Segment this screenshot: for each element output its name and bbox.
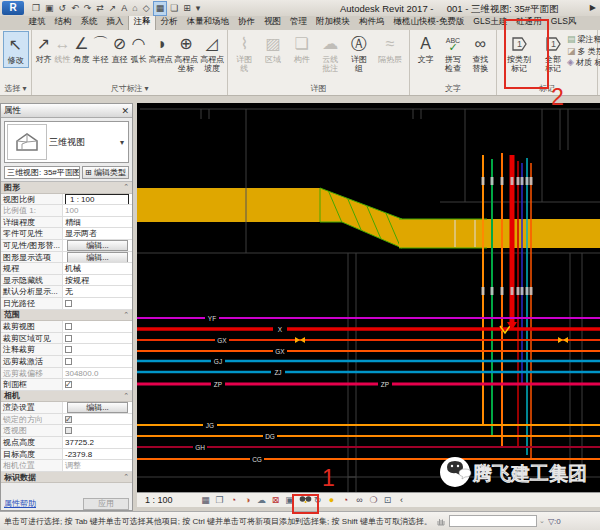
- switch-windows-icon[interactable]: ⊞: [181, 2, 193, 15]
- property-row[interactable]: 规程机械: [1, 263, 132, 275]
- instance-selector[interactable]: 三维视图: 35#平面图 ⌄: [4, 166, 80, 179]
- tab-协作[interactable]: 协作: [234, 16, 260, 30]
- text-icon[interactable]: A: [119, 2, 129, 15]
- chevron-down-icon[interactable]: ▾: [120, 138, 124, 147]
- checkbox[interactable]: [65, 416, 72, 423]
- detail-group-button[interactable]: Ⓐ详图组: [349, 31, 368, 74]
- tab-构件坞[interactable]: 构件坞: [355, 16, 390, 30]
- worksharing-icon[interactable]: ❍: [369, 494, 379, 506]
- property-value[interactable]: 1 : 100: [63, 194, 132, 205]
- component-button[interactable]: ❏构件: [292, 31, 311, 66]
- measure-icon[interactable]: ⇄: [94, 2, 106, 15]
- properties-header[interactable]: 属性 ✕: [1, 104, 132, 118]
- sun-path-icon[interactable]: ◑: [243, 494, 253, 506]
- visual-style-icon[interactable]: ◔: [229, 494, 239, 506]
- property-row[interactable]: 裁剪视图: [1, 321, 132, 333]
- property-row[interactable]: 日光路径: [1, 298, 132, 310]
- aligned-dimension-button[interactable]: ↗对齐: [34, 31, 53, 66]
- section-icon[interactable]: ◇: [141, 2, 152, 15]
- property-row[interactable]: 零件可见性显示两者: [1, 228, 132, 240]
- checkbox[interactable]: [65, 381, 72, 388]
- tab-体量和场地[interactable]: 体量和场地: [182, 16, 234, 30]
- scale-icon[interactable]: ▦: [201, 494, 211, 506]
- spot-elevation-button[interactable]: ◑高程点: [148, 31, 173, 66]
- property-row[interactable]: 可见性/图形替...编辑...: [1, 240, 132, 252]
- property-row[interactable]: 剖面框: [1, 379, 132, 391]
- material-tag-button[interactable]: ◈材质 标: [567, 57, 600, 69]
- checkbox[interactable]: [65, 335, 72, 342]
- property-row[interactable]: 视点高度37725.2: [1, 437, 132, 449]
- close-icon[interactable]: ✕: [121, 106, 129, 116]
- section-标识数据[interactable]: 标识数据⌃: [1, 472, 132, 484]
- tab-附加模块[interactable]: 附加模块: [312, 16, 355, 30]
- diameter-dimension-button[interactable]: ⊘直径: [110, 31, 129, 66]
- tab-注释[interactable]: 注释: [128, 16, 156, 30]
- property-value[interactable]: [63, 414, 132, 425]
- view-scale[interactable]: 1 : 100: [145, 495, 173, 505]
- crop-view-icon[interactable]: ⊠: [271, 494, 281, 506]
- property-value[interactable]: 编辑...: [63, 252, 132, 263]
- cursor-button[interactable]: ↖修改: [3, 31, 29, 68]
- property-value[interactable]: 304800.0: [63, 368, 132, 379]
- checkbox[interactable]: [65, 358, 72, 365]
- drawing-viewport[interactable]: YFXGXGXGJZJZPZPJGDGGHCG腾飞建工集团: [137, 103, 600, 492]
- constraints-icon[interactable]: ∞: [355, 494, 365, 506]
- open-icon[interactable]: ❐: [30, 2, 42, 15]
- chevron-down-icon[interactable]: ⌄: [539, 517, 545, 525]
- multi-category-button[interactable]: ◪多 类别: [567, 46, 600, 58]
- tab-插入[interactable]: 插入: [102, 16, 128, 30]
- section-范围[interactable]: 范围⌃: [1, 310, 132, 322]
- linear-dimension-button[interactable]: ↔线性: [53, 31, 72, 66]
- spot-slope-button[interactable]: ◿高程点坡度: [199, 31, 225, 74]
- property-row[interactable]: 远剪裁激活: [1, 356, 132, 368]
- displace-icon[interactable]: ⊡: [383, 494, 393, 506]
- property-value[interactable]: 调整: [63, 460, 132, 471]
- region-button[interactable]: ▨区域: [263, 31, 282, 66]
- find-replace-button[interactable]: ∞查找替换: [471, 31, 490, 74]
- customize-icon[interactable]: ▾: [194, 2, 203, 15]
- detail-line-button[interactable]: ⌇详图线: [235, 31, 254, 74]
- apply-button[interactable]: 应用: [83, 498, 129, 510]
- section-相机[interactable]: 相机⌃: [1, 391, 132, 403]
- property-value[interactable]: [63, 321, 132, 332]
- property-value[interactable]: 精细: [63, 217, 132, 228]
- selection-filter-icon[interactable]: ▽:0: [548, 517, 561, 526]
- property-value[interactable]: [63, 356, 132, 367]
- tab-系统[interactable]: 系统: [76, 16, 102, 30]
- property-row[interactable]: 详细程度精细: [1, 217, 132, 229]
- property-row[interactable]: 远剪裁偏移304800.0: [1, 368, 132, 380]
- checkbox[interactable]: [65, 300, 72, 307]
- radial-dimension-button[interactable]: ⌒半径: [91, 31, 110, 66]
- property-value[interactable]: 编辑...: [63, 402, 132, 413]
- property-value[interactable]: [63, 344, 132, 355]
- property-value[interactable]: [63, 425, 132, 436]
- arc-length-button[interactable]: ◠弧长: [129, 31, 148, 66]
- property-value[interactable]: 显示两者: [63, 228, 132, 239]
- shadows-icon[interactable]: ☁: [257, 494, 267, 506]
- angular-dimension-button[interactable]: ∠角度: [72, 31, 91, 66]
- property-value[interactable]: 无: [63, 286, 132, 297]
- tab-视图[interactable]: 视图: [260, 16, 286, 30]
- revision-cloud-button[interactable]: ☁云线批注: [321, 31, 340, 74]
- spot-coordinate-button[interactable]: ⊕高程点坐标: [173, 31, 199, 74]
- edit-type-button[interactable]: ⊞ 编辑类型: [82, 166, 129, 179]
- property-value[interactable]: 100: [63, 205, 132, 216]
- tab-结构[interactable]: 结构: [50, 16, 76, 30]
- property-row[interactable]: 视图比例1 : 100: [1, 194, 132, 206]
- analytical-icon[interactable]: ◔: [341, 494, 351, 506]
- insulation-button[interactable]: ≈隔热层: [378, 31, 402, 66]
- property-row[interactable]: 注释裁剪: [1, 344, 132, 356]
- status-filter-box[interactable]: [449, 515, 537, 527]
- property-value[interactable]: 机械: [63, 263, 132, 274]
- detail-level-icon[interactable]: ❐: [215, 494, 225, 506]
- tab-管理[interactable]: 管理: [286, 16, 312, 30]
- tab-分析[interactable]: 分析: [156, 16, 182, 30]
- sync-icon[interactable]: ↺: [57, 2, 69, 15]
- text-tool-button[interactable]: A文字: [416, 31, 435, 66]
- property-value[interactable]: 按规程: [63, 275, 132, 286]
- temporary-view-icon[interactable]: ●: [327, 494, 337, 506]
- property-row[interactable]: 相机位置调整: [1, 460, 132, 472]
- collapse-icon[interactable]: ‹: [397, 494, 407, 506]
- property-value[interactable]: [63, 333, 132, 344]
- thin-lines-icon[interactable]: ▦: [153, 1, 168, 16]
